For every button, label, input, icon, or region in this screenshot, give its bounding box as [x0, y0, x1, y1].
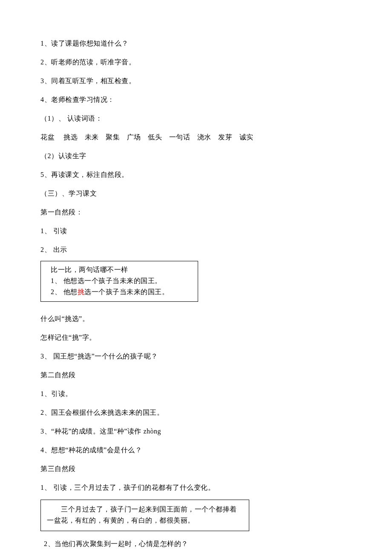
text-line: 2、国王会根据什么来挑选未来的国王。: [40, 408, 352, 418]
box-line: 1、 他想选一个孩子当未来的国王。: [47, 276, 192, 286]
text-line: 3、 国王想“挑选”一个什么的孩子呢？: [40, 351, 352, 361]
vocab-line: 花盆 挑选 未来 聚集 广场 低头 一句话 浇水 发芽 诚实: [40, 132, 352, 142]
paragraph-heading: 第三自然段: [40, 464, 352, 474]
comparison-box: 比一比，两句话哪不一样 1、 他想选一个孩子当未来的国王。 2、 他想挑选一个孩…: [40, 261, 198, 302]
box-line: 2、 他想挑选一个孩子当未来的国王。: [47, 287, 192, 297]
section-heading: （三）、学习课文: [40, 188, 352, 199]
text-line: 2、听老师的范读，听准字音。: [40, 57, 352, 67]
text-line: 4、老师检查学习情况：: [40, 95, 352, 105]
text-line: 1、 引读: [40, 226, 352, 236]
document-page: 1、读了课题你想知道什么？ 2、听老师的范读，听准字音。 3、同着互听互学，相互…: [0, 0, 392, 555]
text-line: 5、再读课文，标注自然段。: [40, 170, 352, 180]
text-line: 1、引读。: [40, 389, 352, 399]
text-line: 3、“种花”的成绩。这里“种”读作 zhòng: [40, 426, 352, 436]
text-line: 2、当他们再次聚集到一起时，心情是怎样的？: [40, 539, 352, 549]
text-line: 1、 引读，三个月过去了，孩子们的花都有了什么变化。: [40, 483, 352, 493]
text-line: 4、想想“种花的成绩”会是什么？: [40, 445, 352, 455]
text-line: 3、同着互听互学，相互检查。: [40, 76, 352, 86]
box-title: 比一比，两句话哪不一样: [47, 265, 192, 275]
paragraph-heading: 第一自然段：: [40, 207, 352, 217]
paragraph-heading: 第二自然段: [40, 370, 352, 380]
box-line: 一盆花，有红的，有黄的，有白的，都很美丽。: [47, 515, 243, 526]
box-line: 三个月过去了，孩子门一起来到国王面前，一个个都捧着: [47, 504, 243, 515]
text-line: 2、 出示: [40, 245, 352, 255]
text-line: 怎样记住“挑”字。: [40, 332, 352, 343]
highlighted-char: 挑: [78, 288, 85, 295]
text-line: 1、读了课题你想知道什么？: [40, 38, 352, 49]
text-line: （2）认读生字: [40, 151, 352, 161]
text-line: 什么叫“挑选”。: [40, 314, 352, 324]
quote-box: 三个月过去了，孩子门一起来到国王面前，一个个都捧着 一盆花，有红的，有黄的，有白…: [40, 500, 249, 531]
text-line: （1）、 认读词语：: [40, 113, 352, 124]
